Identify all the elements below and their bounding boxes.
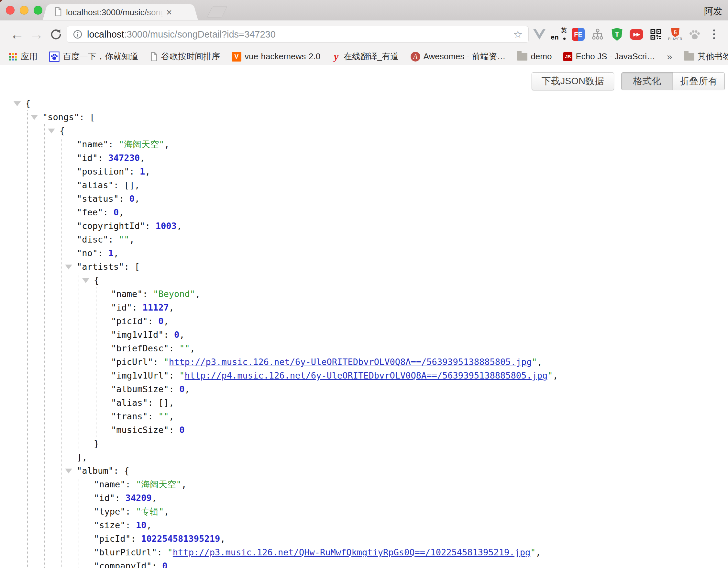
json-punctuation: : (143, 289, 153, 299)
page-info-icon[interactable] (73, 29, 83, 39)
json-children-block: {"name": "Beyond","id": 11127,"picId": 0… (79, 273, 728, 451)
bookmark-star-icon[interactable]: ☆ (513, 28, 523, 40)
tab-title-fade (144, 7, 163, 18)
json-punctuation: : (148, 411, 159, 421)
json-value-number: 10 (136, 520, 147, 530)
json-punctuation: : (157, 547, 168, 557)
close-window-button[interactable] (6, 6, 15, 15)
fastforward-extension-icon[interactable]: ▶▶ (628, 26, 645, 43)
format-button[interactable]: 格式化 (621, 72, 673, 90)
json-value-link[interactable]: http://p3.music.126.net/6y-UleORITEDbvrO… (169, 357, 532, 367)
json-open-bracket: { (25, 98, 30, 108)
qrcode-extension-icon[interactable] (647, 26, 665, 43)
bookmark-label: 在线翻译_有道 (344, 51, 399, 62)
folder-icon (517, 53, 527, 61)
tab-strip: localhost:3000/music/songDet × 阿发 (0, 0, 728, 20)
fe-extension-icon[interactable]: FE (569, 26, 587, 43)
awesomes-badge-icon: A (411, 52, 420, 61)
json-line: "artists": [ (77, 260, 728, 273)
bookmark-youdao[interactable]: y 在线翻译_有道 (332, 50, 399, 62)
other-bookmarks-folder[interactable]: 其他书签 (684, 51, 728, 62)
json-key: "no" (77, 248, 98, 258)
json-open-bracket: { (124, 466, 129, 476)
toolbar: ← → localhost:3000/music/songDetail?ids=… (0, 20, 728, 48)
json-line: } (94, 437, 728, 451)
bookmark-apps[interactable]: 应用 (8, 51, 38, 62)
html5-shield-badge: 5 (671, 28, 679, 37)
bookmark-google-sort[interactable]: 谷歌按时间排序 (150, 51, 220, 62)
browser-tab[interactable]: localhost:3000/music/songDet × (49, 4, 192, 20)
bookmark-label: vue-hackernews-2.0 (245, 51, 320, 61)
forward-button[interactable]: → (28, 27, 45, 41)
format-collapse-group: 格式化 折叠所有 (621, 72, 725, 90)
json-key: "picId" (111, 316, 148, 326)
json-comma: , (145, 166, 150, 176)
back-button[interactable]: ← (8, 27, 26, 41)
sitemap-icon (591, 28, 604, 41)
url-bar[interactable]: localhost:3000/music/songDetail?ids=3472… (67, 26, 529, 43)
new-tab-button[interactable] (207, 6, 227, 18)
json-value-string: "" (179, 343, 190, 353)
bookmark-demo-folder[interactable]: demo (517, 51, 552, 61)
tab-close-icon[interactable]: × (166, 7, 172, 17)
collapse-toggle-icon[interactable] (82, 278, 89, 283)
html5-player-extension-icon[interactable]: 5 PLAYER (667, 26, 684, 43)
json-key: "songs" (42, 112, 79, 122)
translate-extension-icon[interactable]: en 英 (550, 26, 568, 43)
paw-extension-icon[interactable] (686, 26, 703, 43)
json-value-link[interactable]: http://p3.music.126.net/QHw-RuMwfQkmgtiy… (173, 547, 530, 557)
bookmark-baidu[interactable]: 百度一下，你就知道 (49, 51, 138, 62)
zoom-window-button[interactable] (34, 6, 42, 15)
url-host: localhost (87, 29, 124, 39)
json-line: "img1v1Id": 0, (111, 328, 728, 342)
bookmark-awesomes[interactable]: A Awesomes - 前端资… (411, 51, 506, 62)
bookmark-vue-hackernews[interactable]: V vue-hackernews-2.0 (232, 51, 320, 61)
json-comma: , (169, 411, 174, 421)
json-punctuation: : (132, 303, 143, 313)
json-punctuation: : (108, 139, 119, 149)
profile-name[interactable]: 阿发 (704, 5, 722, 17)
translate-dot (563, 38, 566, 40)
collapse-toggle-icon[interactable] (65, 469, 72, 473)
json-line: "briefDesc": "", (111, 342, 728, 355)
bookmark-echojs[interactable]: JS Echo JS - JavaScri… (563, 51, 655, 61)
collapse-toggle-icon[interactable] (65, 264, 72, 269)
json-line: "trans": "", (111, 410, 728, 423)
json-key: "artists" (77, 262, 124, 272)
json-punctuation: : (145, 221, 156, 231)
collapse-toggle-icon[interactable] (31, 115, 38, 120)
json-value-number: 34209 (126, 493, 152, 503)
json-line: "musicSize": 0 (111, 423, 728, 437)
json-comma: , (177, 221, 182, 231)
json-comma: , (164, 139, 170, 149)
browser-menu-icon[interactable] (705, 26, 723, 43)
minimize-window-button[interactable] (20, 6, 28, 15)
sitemap-extension-icon[interactable] (589, 26, 606, 43)
shield-extension-icon[interactable]: T (608, 26, 626, 43)
json-value-number: 1 (108, 248, 114, 258)
download-json-button[interactable]: 下载JSON数据 (532, 72, 614, 90)
collapse-toggle-icon[interactable] (14, 101, 21, 106)
json-line: "blurPicUrl": "http://p3.music.126.net/Q… (94, 546, 728, 559)
vue-badge-icon: V (232, 52, 241, 61)
json-children-block: "name": "Beyond","id": 11127,"picId": 0,… (96, 287, 728, 437)
json-value-link[interactable]: http://p4.music.126.net/6y-UleORITEDbvrO… (185, 371, 548, 381)
collapse-toggle-icon[interactable] (48, 128, 55, 133)
json-value-number: 0 (179, 425, 184, 435)
json-key: "status" (77, 194, 119, 204)
json-punctuation: : (169, 371, 180, 381)
json-punctuation: : (98, 248, 108, 258)
collapse-all-button[interactable]: 折叠所有 (673, 72, 725, 90)
paw-icon (688, 28, 701, 41)
bookmarks-overflow-chevron[interactable]: » (667, 51, 672, 62)
json-value-string: "专辑" (136, 507, 164, 517)
json-key: "name" (94, 479, 126, 489)
reload-button[interactable] (47, 28, 65, 41)
vue-devtools-icon[interactable] (531, 26, 548, 43)
json-children-block: {"name": "海阔天空","id": 347230,"position":… (44, 124, 728, 568)
translate-zh-label: 英 (561, 26, 567, 35)
json-comma: , (195, 289, 200, 299)
json-key: "copyrightId" (77, 221, 145, 231)
json-line: "name": "海阔天空", (94, 478, 728, 491)
json-quote: " (179, 371, 184, 381)
